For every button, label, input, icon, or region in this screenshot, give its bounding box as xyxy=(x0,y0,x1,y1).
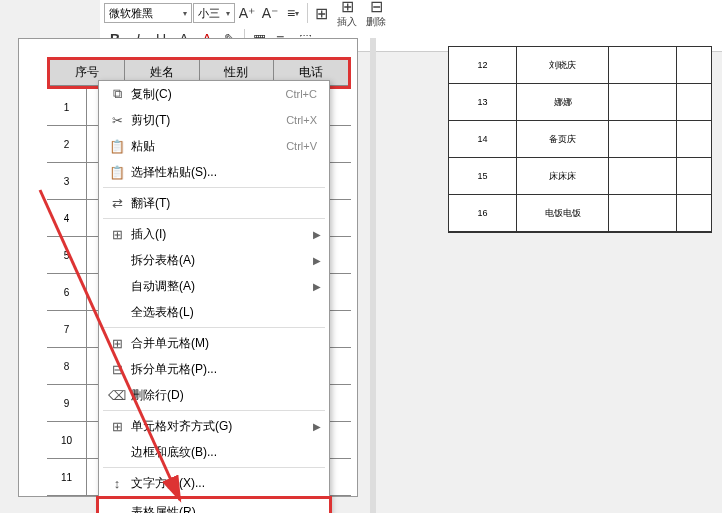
menu-merge-cells[interactable]: ⊞合并单元格(M) xyxy=(99,330,329,356)
menu-insert[interactable]: ⊞插入(I)▶ xyxy=(99,221,329,247)
menu-autofit[interactable]: 自动调整(A)▶ xyxy=(99,273,329,299)
font-size-select[interactable]: 小三▾ xyxy=(193,3,235,23)
chevron-right-icon: ▶ xyxy=(313,229,321,240)
cell[interactable]: 14 xyxy=(449,121,517,158)
menu-cell-align[interactable]: ⊞单元格对齐方式(G)▶ xyxy=(99,413,329,439)
menu-table-properties[interactable]: 表格属性(R)... xyxy=(99,499,329,513)
context-menu: ⧉复制(C)Ctrl+C ✂剪切(T)Ctrl+X 📋粘贴Ctrl+V 📋选择性… xyxy=(98,80,330,513)
copy-icon: ⧉ xyxy=(107,86,127,102)
menu-delete-row[interactable]: ⌫删除行(D) xyxy=(99,382,329,408)
row-number-cell[interactable]: 10 xyxy=(47,422,87,458)
menu-highlight-box: 表格属性(R)... xyxy=(96,496,332,513)
row-number-cell[interactable]: 3 xyxy=(47,163,87,199)
menu-copy[interactable]: ⧉复制(C)Ctrl+C xyxy=(99,81,329,107)
cut-icon: ✂ xyxy=(107,113,127,128)
row-number-cell[interactable]: 9 xyxy=(47,385,87,421)
paste-special-icon: 📋 xyxy=(107,165,127,180)
table-row[interactable]: 12刘晓庆 xyxy=(449,47,711,84)
split-icon: ⊟ xyxy=(107,362,127,377)
right-table: 12刘晓庆13娜娜14备页庆15床床床16电饭电饭 xyxy=(448,46,712,233)
cell[interactable] xyxy=(677,121,711,158)
delete-row-icon: ⌫ xyxy=(107,388,127,403)
cell[interactable]: 床床床 xyxy=(517,158,609,195)
cell[interactable] xyxy=(677,158,711,195)
cell[interactable]: 12 xyxy=(449,47,517,84)
translate-icon: ⇄ xyxy=(107,196,127,211)
page-gap xyxy=(370,38,376,513)
cell[interactable]: 16 xyxy=(449,195,517,232)
row-number-cell[interactable]: 7 xyxy=(47,311,87,347)
paste-icon: 📋 xyxy=(107,139,127,154)
row-number-cell[interactable]: 6 xyxy=(47,274,87,310)
menu-cut[interactable]: ✂剪切(T)Ctrl+X xyxy=(99,107,329,133)
table-row[interactable]: 16电饭电饭 xyxy=(449,195,711,232)
cell[interactable] xyxy=(609,195,677,232)
decrease-font-button[interactable]: A⁻ xyxy=(259,2,281,24)
row-number-cell[interactable]: 8 xyxy=(47,348,87,384)
cell[interactable] xyxy=(677,195,711,232)
menu-split-table[interactable]: 拆分表格(A)▶ xyxy=(99,247,329,273)
font-name-select[interactable]: 微软雅黑▾ xyxy=(104,3,192,23)
cell[interactable]: 电饭电饭 xyxy=(517,195,609,232)
cell[interactable]: 刘晓庆 xyxy=(517,47,609,84)
cell[interactable] xyxy=(609,84,677,121)
cell[interactable]: 备页庆 xyxy=(517,121,609,158)
cell[interactable]: 13 xyxy=(449,84,517,121)
menu-split-cells[interactable]: ⊟拆分单元格(P)... xyxy=(99,356,329,382)
insert-menu-button[interactable]: ⊞插入 xyxy=(333,0,361,29)
cell[interactable] xyxy=(677,84,711,121)
row-number-cell[interactable]: 4 xyxy=(47,200,87,236)
row-number-cell[interactable]: 2 xyxy=(47,126,87,162)
cell[interactable] xyxy=(609,121,677,158)
chevron-right-icon: ▶ xyxy=(313,255,321,266)
chevron-right-icon: ▶ xyxy=(313,281,321,292)
menu-text-direction[interactable]: ↕文字方向(X)... xyxy=(99,470,329,496)
menu-paste-special[interactable]: 📋选择性粘贴(S)... xyxy=(99,159,329,185)
increase-font-button[interactable]: A⁺ xyxy=(236,2,258,24)
cell[interactable]: 15 xyxy=(449,158,517,195)
line-spacing-button[interactable]: ≡▾ xyxy=(282,2,304,24)
delete-menu-button[interactable]: ⊟删除 xyxy=(362,0,390,29)
menu-paste[interactable]: 📋粘贴Ctrl+V xyxy=(99,133,329,159)
cell[interactable] xyxy=(677,47,711,84)
table-row[interactable]: 15床床床 xyxy=(449,158,711,195)
menu-borders-shading[interactable]: 边框和底纹(B)... xyxy=(99,439,329,465)
text-direction-icon: ↕ xyxy=(107,476,127,491)
table-grid-button[interactable]: ⊞ xyxy=(311,4,332,22)
align-icon: ⊞ xyxy=(107,419,127,434)
row-number-cell[interactable]: 11 xyxy=(47,459,87,495)
menu-translate[interactable]: ⇄翻译(T) xyxy=(99,190,329,216)
row-number-cell[interactable]: 1 xyxy=(47,89,87,125)
table-row[interactable]: 13娜娜 xyxy=(449,84,711,121)
merge-icon: ⊞ xyxy=(107,336,127,351)
row-number-cell[interactable]: 5 xyxy=(47,237,87,273)
menu-select-table[interactable]: 全选表格(L) xyxy=(99,299,329,325)
table-row[interactable]: 14备页庆 xyxy=(449,121,711,158)
cell[interactable] xyxy=(609,158,677,195)
grid-icon: ⊞ xyxy=(107,227,127,242)
cell[interactable] xyxy=(609,47,677,84)
cell[interactable]: 娜娜 xyxy=(517,84,609,121)
chevron-right-icon: ▶ xyxy=(313,421,321,432)
